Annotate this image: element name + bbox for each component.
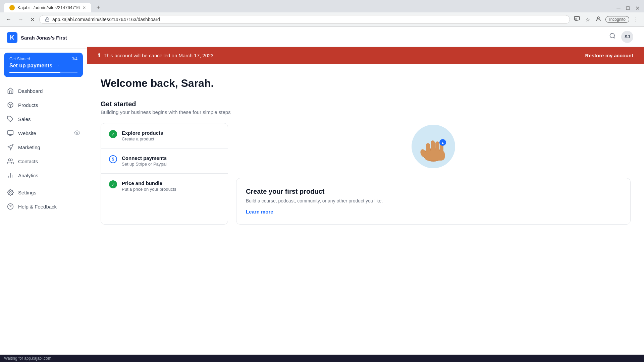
svg-point-3 bbox=[597, 17, 599, 19]
sidebar-logo: K bbox=[7, 32, 17, 43]
website-badge bbox=[74, 130, 80, 137]
svg-point-0 bbox=[10, 6, 14, 9]
maximize-button[interactable]: □ bbox=[625, 5, 631, 10]
svg-rect-1 bbox=[46, 19, 49, 21]
steps-list: ✓ Explore products Create a product $ Co… bbox=[101, 123, 228, 225]
main-content: SJ ℹ This account will be cancelled on M… bbox=[87, 27, 644, 355]
sidebar-item-help[interactable]: Help & Feedback bbox=[0, 199, 87, 214]
reload-button[interactable]: ✕ bbox=[28, 16, 37, 23]
svg-point-17 bbox=[610, 34, 614, 38]
contacts-label: Contacts bbox=[18, 159, 80, 164]
alert-left: ℹ This account will be cancelled on Marc… bbox=[98, 52, 214, 59]
window-controls: ─ □ ✕ bbox=[616, 5, 640, 10]
alert-icon: ℹ bbox=[98, 52, 100, 59]
bookmark-icon-button[interactable]: ☆ bbox=[584, 15, 591, 24]
sidebar-divider bbox=[0, 184, 87, 184]
step-bundle-desc: Put a price on your products bbox=[122, 187, 176, 192]
menu-icon-button[interactable]: ⋮ bbox=[632, 15, 640, 24]
alert-banner: ℹ This account will be cancelled on Marc… bbox=[87, 47, 644, 64]
restore-account-button[interactable]: Restore my account bbox=[585, 53, 633, 58]
hand-svg: ▲ bbox=[410, 123, 457, 170]
search-button[interactable] bbox=[609, 33, 616, 41]
help-circle-icon bbox=[7, 203, 14, 210]
home-icon bbox=[7, 87, 14, 95]
browser-tab[interactable]: Kajabi - /admin/sites/214764716 ✕ bbox=[4, 3, 91, 12]
side-panel: ▲ Create your first product Build a cour… bbox=[236, 123, 631, 225]
sidebar-item-analytics[interactable]: Analytics bbox=[0, 168, 87, 182]
website-label: Website bbox=[18, 130, 70, 136]
box-icon bbox=[7, 101, 14, 109]
sidebar-item-contacts[interactable]: Contacts bbox=[0, 154, 87, 168]
forward-button[interactable]: → bbox=[16, 16, 25, 23]
status-bar: Waiting for app.kajabi.com... bbox=[0, 355, 644, 362]
create-product-description: Build a course, podcast, community, or a… bbox=[246, 198, 621, 203]
step-explore-products[interactable]: ✓ Explore products Create a product bbox=[101, 123, 228, 148]
step-check-icon: ✓ bbox=[109, 130, 117, 138]
sidebar-item-marketing[interactable]: Marketing bbox=[0, 140, 87, 154]
learn-more-button[interactable]: Learn more bbox=[246, 209, 273, 215]
sidebar-item-dashboard[interactable]: Dashboard bbox=[0, 84, 87, 98]
users-icon bbox=[7, 158, 14, 165]
tab-title: Kajabi - /admin/sites/214764716 bbox=[17, 5, 80, 10]
sidebar-item-website[interactable]: Website bbox=[0, 126, 87, 140]
address-bar[interactable]: app.kajabi.com/admin/sites/2147647163/da… bbox=[39, 15, 570, 24]
close-button[interactable]: ✕ bbox=[635, 5, 640, 10]
step-connect-payments[interactable]: $ Connect payments Set up Stripe or Payp… bbox=[101, 148, 228, 174]
app: K Sarah Jonas's First Get Started 3/4 Se… bbox=[0, 27, 644, 355]
sidebar-scroll: Get Started 3/4 Set up payments → Da bbox=[0, 49, 87, 355]
get-started-label: Get Started bbox=[9, 57, 30, 61]
profile-icon-button[interactable] bbox=[594, 14, 603, 24]
alert-message: This account will be cancelled on March … bbox=[104, 53, 214, 58]
sidebar-item-products[interactable]: Products bbox=[0, 98, 87, 112]
create-product-box: Create your first product Build a course… bbox=[236, 178, 631, 225]
toolbar-icons: ☆ Incognito ⋮ bbox=[573, 14, 640, 24]
sidebar-item-settings[interactable]: Settings bbox=[0, 185, 87, 199]
marketing-label: Marketing bbox=[18, 144, 80, 150]
step-dollar-icon: $ bbox=[109, 155, 117, 163]
browser-titlebar: Kajabi - /admin/sites/214764716 ✕ + ─ □ … bbox=[0, 0, 644, 12]
minimize-button[interactable]: ─ bbox=[616, 5, 621, 10]
megaphone-icon bbox=[7, 143, 14, 151]
step-explore-content: Explore products Create a product bbox=[122, 130, 163, 141]
svg-rect-24 bbox=[425, 150, 445, 161]
section-title: Get started bbox=[101, 100, 631, 108]
back-button[interactable]: ← bbox=[4, 16, 13, 23]
step-explore-title: Explore products bbox=[122, 130, 163, 136]
page-content: Welcome back, Sarah. Get started Buildin… bbox=[87, 64, 644, 355]
sales-label: Sales bbox=[18, 116, 80, 122]
monitor-icon bbox=[7, 129, 14, 137]
dashboard-label: Dashboard bbox=[18, 88, 80, 94]
browser-chrome: Kajabi - /admin/sites/214764716 ✕ + ─ □ … bbox=[0, 0, 644, 27]
topbar-actions: SJ bbox=[609, 31, 633, 43]
get-started-progress-fill bbox=[9, 72, 60, 73]
url-text: app.kajabi.com/admin/sites/2147647163/da… bbox=[52, 17, 564, 22]
sidebar: K Sarah Jonas's First Get Started 3/4 Se… bbox=[0, 27, 87, 355]
step-payments-title: Connect payments bbox=[122, 155, 167, 161]
tab-favicon bbox=[9, 5, 15, 10]
sidebar-item-sales[interactable]: Sales bbox=[0, 112, 87, 126]
nav-items: Dashboard Products Sales bbox=[0, 81, 87, 216]
gear-icon bbox=[7, 189, 14, 196]
svg-rect-6 bbox=[8, 131, 13, 135]
logo-letter: K bbox=[10, 34, 14, 41]
cast-icon-button[interactable] bbox=[573, 14, 581, 24]
steps-container: ✓ Explore products Create a product $ Co… bbox=[101, 123, 631, 225]
incognito-badge: Incognito bbox=[605, 16, 629, 23]
get-started-top: Get Started 3/4 bbox=[9, 57, 77, 61]
hand-illustration: ▲ bbox=[410, 123, 457, 170]
get-started-card[interactable]: Get Started 3/4 Set up payments → bbox=[4, 53, 83, 77]
step-payments-desc: Set up Stripe or Paypal bbox=[122, 162, 167, 167]
lock-icon bbox=[45, 17, 50, 22]
user-avatar[interactable]: SJ bbox=[621, 31, 633, 43]
get-started-section: Get started Building your business begin… bbox=[101, 100, 631, 225]
svg-point-14 bbox=[10, 192, 11, 193]
analytics-label: Analytics bbox=[18, 173, 80, 178]
svg-point-10 bbox=[8, 159, 11, 161]
tab-close-button[interactable]: ✕ bbox=[83, 5, 86, 10]
step-bundle-content: Price and bundle Put a price on your pro… bbox=[122, 180, 176, 192]
get-started-count: 3/4 bbox=[72, 57, 77, 61]
step-price-bundle[interactable]: ✓ Price and bundle Put a price on your p… bbox=[101, 174, 228, 198]
get-started-title: Set up payments bbox=[9, 63, 52, 69]
new-tab-button[interactable]: + bbox=[94, 3, 103, 12]
help-label: Help & Feedback bbox=[18, 204, 80, 209]
